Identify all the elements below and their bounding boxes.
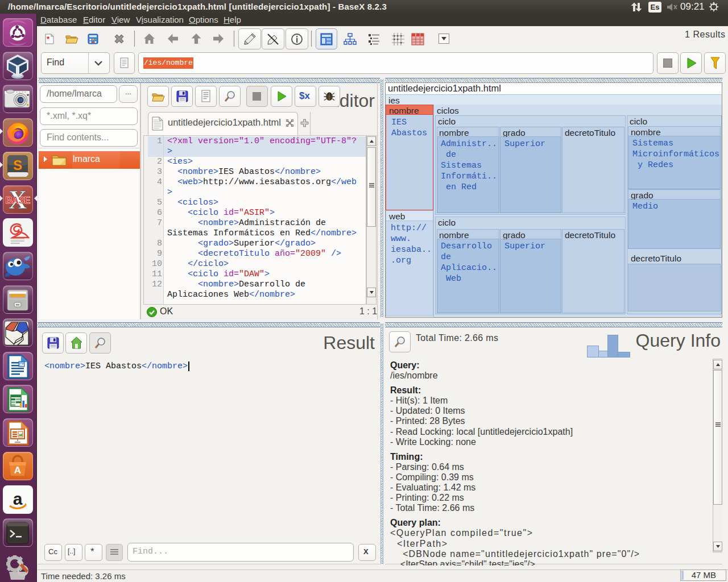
- svg-text:BASE: BASE: [5, 195, 30, 206]
- svg-text:a: a: [13, 489, 23, 508]
- svg-text:A: A: [14, 465, 21, 476]
- svg-text:S: S: [13, 157, 22, 173]
